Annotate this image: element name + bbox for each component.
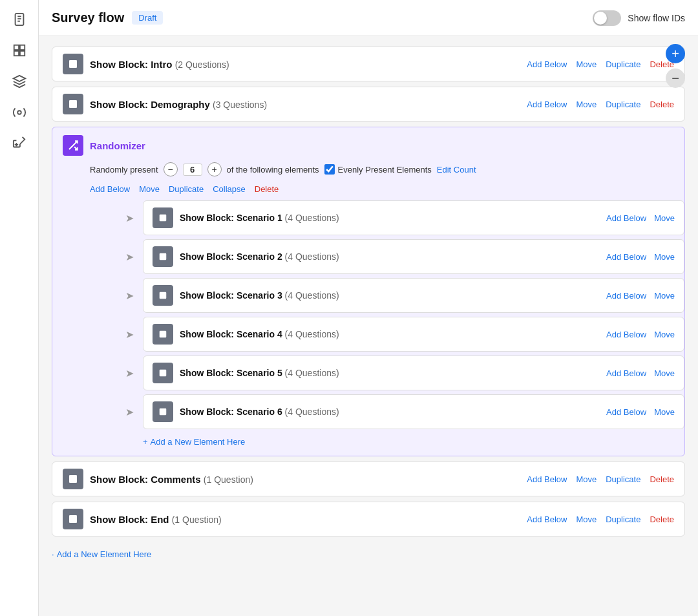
arrow-s5: ➤ bbox=[125, 367, 134, 379]
randomizer-controls: Randomly present − 6 + of the following … bbox=[52, 160, 684, 183]
sidebar-item-tools[interactable] bbox=[6, 131, 32, 156]
s1-move[interactable]: Move bbox=[654, 213, 675, 223]
block-comments-add-below[interactable]: Add Below bbox=[527, 474, 567, 484]
child-block-s3-header: Show Block: Scenario 3 (4 Questions) Add… bbox=[143, 279, 684, 312]
block-comments-icon bbox=[63, 469, 83, 489]
randomizer-icon bbox=[63, 135, 83, 156]
randomizer-collapse[interactable]: Collapse bbox=[213, 184, 246, 194]
svg-point-8 bbox=[17, 111, 21, 114]
s5-add-below[interactable]: Add Below bbox=[606, 368, 646, 378]
s6-add-below[interactable]: Add Below bbox=[606, 407, 646, 417]
block-intro-add-below[interactable]: Add Below bbox=[527, 59, 567, 69]
child-block-s2-icon bbox=[153, 246, 173, 267]
edit-count-button[interactable]: Edit Count bbox=[437, 165, 476, 175]
header-right: Show flow IDs bbox=[593, 10, 685, 26]
child-block-s6-header: Show Block: Scenario 6 (4 Questions) Add… bbox=[143, 395, 684, 429]
block-demography-add-below[interactable]: Add Below bbox=[527, 100, 567, 109]
svg-rect-5 bbox=[19, 45, 24, 50]
child-block-s5-actions: Add Below Move bbox=[606, 368, 675, 378]
block-intro-title: Show Block: Intro (2 Questions) bbox=[90, 59, 229, 70]
s3-add-below[interactable]: Add Below bbox=[606, 291, 646, 301]
randomizer-delete[interactable]: Delete bbox=[255, 184, 279, 194]
block-comments-move[interactable]: Move bbox=[576, 474, 597, 484]
sidebar-item-survey[interactable] bbox=[6, 6, 32, 32]
s6-move[interactable]: Move bbox=[654, 407, 675, 417]
randomizer-actions: Add Below Move Duplicate Collapse Delete bbox=[52, 183, 684, 200]
child-block-s1-header: Show Block: Scenario 1 (4 Questions) Add… bbox=[143, 201, 684, 235]
child-block-s6-title: Show Block: Scenario 6 (4 Questions) bbox=[180, 407, 339, 417]
sidebar-item-style[interactable] bbox=[6, 69, 32, 94]
s3-move[interactable]: Move bbox=[654, 291, 675, 301]
block-comments-actions: Add Below Move Duplicate Delete bbox=[527, 474, 674, 484]
arrow-s1: ➤ bbox=[125, 212, 134, 224]
child-block-s2-actions: Add Below Move bbox=[606, 252, 675, 262]
block-demography-actions: Add Below Move Duplicate Delete bbox=[527, 100, 674, 109]
child-block-s5-header: Show Block: Scenario 5 (4 Questions) Add… bbox=[143, 356, 684, 390]
child-block-s4-header: Show Block: Scenario 4 (4 Questions) Add… bbox=[143, 317, 684, 351]
s4-add-below[interactable]: Add Below bbox=[606, 330, 646, 339]
block-demography-move[interactable]: Move bbox=[576, 100, 597, 109]
block-end-delete[interactable]: Delete bbox=[650, 515, 674, 524]
svg-rect-20 bbox=[160, 409, 167, 416]
sidebar-item-blocks[interactable] bbox=[6, 37, 32, 63]
show-flow-ids-toggle[interactable] bbox=[593, 10, 621, 26]
counter-decrease[interactable]: − bbox=[164, 162, 178, 176]
block-comments-delete[interactable]: Delete bbox=[650, 474, 674, 484]
block-demography-header: Show Block: Demography (3 Questions) Add… bbox=[52, 87, 684, 121]
randomizer-duplicate[interactable]: Duplicate bbox=[169, 184, 204, 194]
randomizer-add-below[interactable]: Add Below bbox=[90, 184, 130, 194]
child-block-s3-title: Show Block: Scenario 3 (4 Questions) bbox=[180, 290, 339, 301]
block-end-move[interactable]: Move bbox=[576, 515, 597, 524]
svg-rect-6 bbox=[14, 51, 18, 56]
block-demography-title: Show Block: Demography (3 Questions) bbox=[90, 99, 267, 110]
block-intro-move[interactable]: Move bbox=[576, 59, 597, 69]
add-element-bottom-link[interactable]: · Add a New Element Here bbox=[52, 542, 685, 562]
block-end-duplicate[interactable]: Duplicate bbox=[606, 515, 640, 524]
of-following-label: of the following elements bbox=[227, 165, 319, 175]
child-block-s5-title: Show Block: Scenario 5 (4 Questions) bbox=[180, 368, 339, 378]
add-element-dot: · bbox=[52, 549, 54, 559]
child-block-s6-icon bbox=[153, 401, 173, 422]
randomizer-header: Randomizer bbox=[52, 127, 684, 160]
block-intro-icon bbox=[63, 54, 83, 74]
block-intro-duplicate[interactable]: Duplicate bbox=[606, 59, 640, 69]
main-content: Survey flow Draft Show flow IDs + − Show… bbox=[39, 0, 698, 616]
counter-increase[interactable]: + bbox=[207, 162, 222, 176]
svg-rect-21 bbox=[69, 475, 77, 483]
evenly-present-label: Evenly Present Elements bbox=[338, 165, 432, 175]
arrow-s4: ➤ bbox=[125, 328, 134, 341]
block-comments-duplicate[interactable]: Duplicate bbox=[606, 474, 640, 484]
randomizer-move[interactable]: Move bbox=[139, 184, 160, 194]
arrow-s3: ➤ bbox=[125, 290, 134, 302]
block-intro-header: Show Block: Intro (2 Questions) Add Belo… bbox=[52, 47, 684, 81]
s4-move[interactable]: Move bbox=[654, 330, 675, 339]
child-block-s1-actions: Add Below Move bbox=[606, 213, 675, 223]
s1-add-below[interactable]: Add Below bbox=[606, 213, 646, 223]
s2-add-below[interactable]: Add Below bbox=[606, 252, 646, 262]
s2-move[interactable]: Move bbox=[654, 252, 675, 262]
block-demography-delete[interactable]: Delete bbox=[650, 100, 674, 109]
block-end-header: Show Block: End (1 Question) Add Below M… bbox=[52, 502, 684, 536]
sidebar-item-options[interactable] bbox=[6, 100, 32, 125]
child-blocks: ➤ Show Block: Scenario 1 (4 Questions) A… bbox=[143, 200, 684, 451]
add-child-plus-icon: + bbox=[143, 437, 148, 447]
randomizer-title: Randomizer bbox=[90, 140, 145, 151]
child-block-s5-icon bbox=[153, 363, 173, 383]
svg-rect-11 bbox=[69, 60, 77, 68]
add-child-element-link[interactable]: + Add a New Element Here bbox=[143, 433, 684, 451]
add-top-button[interactable]: + bbox=[666, 44, 685, 63]
collapse-button[interactable]: − bbox=[666, 69, 685, 88]
svg-rect-18 bbox=[160, 331, 167, 338]
counter-value: 6 bbox=[183, 164, 202, 176]
block-demography-duplicate[interactable]: Duplicate bbox=[606, 100, 640, 109]
evenly-present-wrapper: Evenly Present Elements bbox=[324, 164, 432, 175]
evenly-present-checkbox[interactable] bbox=[324, 164, 335, 175]
block-end-add-below[interactable]: Add Below bbox=[527, 515, 567, 524]
svg-rect-12 bbox=[69, 100, 77, 108]
s5-move[interactable]: Move bbox=[654, 368, 675, 378]
randomly-present-label: Randomly present bbox=[90, 165, 158, 175]
randomizer-block: Randomizer Randomly present − 6 + of the… bbox=[52, 127, 685, 456]
child-block-s2: ➤ Show Block: Scenario 2 (4 Questions) A… bbox=[143, 239, 684, 274]
block-demography-icon bbox=[63, 94, 83, 114]
child-block-s1: ➤ Show Block: Scenario 1 (4 Questions) A… bbox=[143, 200, 684, 235]
